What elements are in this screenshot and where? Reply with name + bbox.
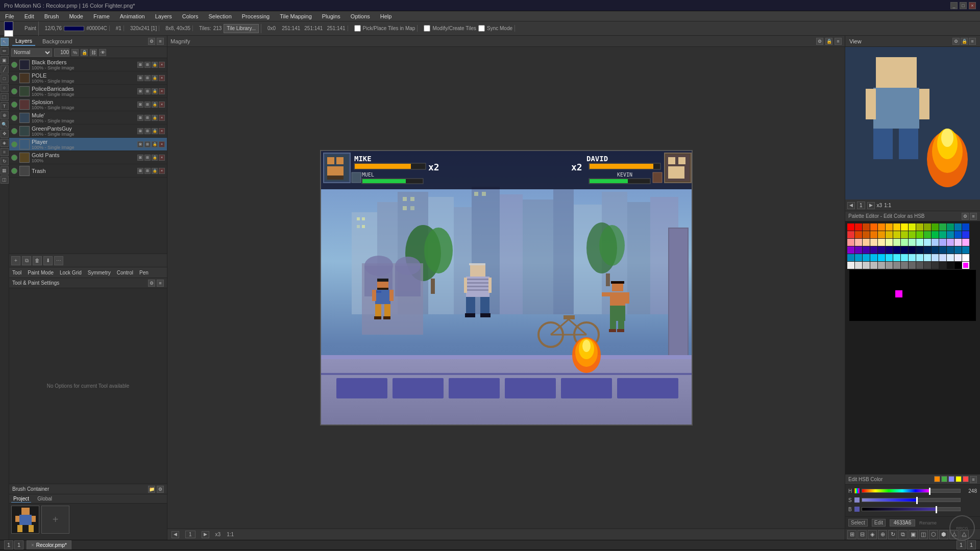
file-tab-recolor[interactable]: × Recolor.pmp* xyxy=(27,540,71,549)
menu-brush[interactable]: Brush xyxy=(42,13,61,20)
rp-tool-2[interactable]: ⊟ xyxy=(857,530,867,539)
menu-edit[interactable]: Edit xyxy=(22,13,36,20)
frame-counter-2[interactable]: 1 xyxy=(967,540,976,549)
palette-cell[interactable] xyxy=(847,246,854,254)
tool-text[interactable]: T xyxy=(1,102,9,110)
tool-zoom[interactable]: 🔍 xyxy=(1,120,9,129)
hsb-color-5[interactable] xyxy=(963,476,969,482)
layer-icon1[interactable]: ⊠ xyxy=(137,155,143,161)
palette-cell[interactable] xyxy=(962,231,969,238)
palette-cell[interactable] xyxy=(878,254,885,261)
tool-eyedrop[interactable]: ⊕ xyxy=(1,111,9,119)
palette-cell[interactable] xyxy=(909,254,916,261)
palette-cell[interactable] xyxy=(909,231,916,238)
palette-cell[interactable] xyxy=(932,239,939,246)
palette-cell[interactable] xyxy=(916,223,923,231)
tile-library-btn[interactable]: Tile Library... xyxy=(224,24,259,33)
menu-file[interactable]: File xyxy=(3,13,16,20)
palette-cell[interactable] xyxy=(863,262,870,269)
palette-cell[interactable] xyxy=(924,246,931,254)
palette-cell[interactable] xyxy=(909,262,916,269)
palette-cell[interactable] xyxy=(870,239,877,246)
tool-option-symmetry[interactable]: Symmetry xyxy=(88,270,111,276)
palette-cell[interactable] xyxy=(855,223,862,231)
palette-cell[interactable] xyxy=(939,254,946,261)
hsb-color-4[interactable] xyxy=(955,476,962,482)
menu-options[interactable]: Options xyxy=(349,13,372,20)
layer-icon3[interactable]: 🔒 xyxy=(152,128,158,134)
palette-cell[interactable] xyxy=(863,246,870,254)
tool-extra2[interactable]: ◫ xyxy=(1,176,9,184)
palette-cell[interactable] xyxy=(870,254,877,261)
brush-folder-btn[interactable]: 📁 xyxy=(148,486,155,493)
tool-option-tool[interactable]: Tool xyxy=(12,270,21,276)
tool-option-lock-grid[interactable]: Lock Grid xyxy=(60,270,82,276)
palette-cell[interactable] xyxy=(954,254,962,261)
layer-lock-btn[interactable]: 🔒 xyxy=(81,49,88,56)
palette-cell[interactable] xyxy=(962,254,969,261)
rp-tool-12[interactable]: ⧋ xyxy=(960,530,969,539)
palette-cell[interactable] xyxy=(886,231,893,238)
palette-cell[interactable] xyxy=(901,223,908,231)
hsb-color-3[interactable] xyxy=(948,476,954,482)
palette-cell[interactable] xyxy=(916,262,923,269)
layer-icon1[interactable]: ⊠ xyxy=(137,75,143,81)
layer-icon3[interactable]: 🔒 xyxy=(152,141,158,147)
layer-delete[interactable]: × xyxy=(159,155,165,161)
hsb-color-2[interactable] xyxy=(941,476,947,482)
layer-item-splosion[interactable]: Splosion 100% - Single Image ⊠ ⊞ 🔒 × xyxy=(9,98,167,111)
layer-delete[interactable]: × xyxy=(159,62,165,68)
layers-settings-btn[interactable]: ⚙ xyxy=(148,38,155,45)
palette-cell[interactable] xyxy=(893,223,900,231)
palette-cell[interactable] xyxy=(870,246,877,254)
palette-cell[interactable] xyxy=(916,246,923,254)
layer-eye[interactable] xyxy=(11,75,17,81)
palette-cell[interactable] xyxy=(947,254,954,261)
tool-line[interactable]: ╱ xyxy=(1,65,9,73)
view-collapse-btn[interactable]: ≡ xyxy=(969,38,976,45)
maximize-btn[interactable]: □ xyxy=(960,2,967,9)
rp-tool-10[interactable]: ⬢ xyxy=(939,530,948,539)
palette-cell[interactable] xyxy=(847,223,854,231)
palette-cell[interactable] xyxy=(886,223,893,231)
layer-icon3[interactable]: 🔒 xyxy=(152,102,158,108)
palette-cell[interactable] xyxy=(878,262,885,269)
palette-cell[interactable] xyxy=(924,231,931,238)
palette-cell[interactable] xyxy=(863,223,870,231)
layer-item-player[interactable]: Player 100% - Single Image ⊠ ⊞ 🔒 × xyxy=(9,138,167,151)
palette-cell[interactable] xyxy=(893,246,900,254)
layer-icon2[interactable]: ⊞ xyxy=(144,115,151,121)
layer-icon2[interactable]: ⊞ xyxy=(144,102,151,108)
palette-cell[interactable] xyxy=(947,223,954,231)
layer-delete[interactable]: × xyxy=(159,75,165,81)
layer-icon3[interactable]: 🔒 xyxy=(152,115,158,121)
layer-icon1[interactable]: ⊠ xyxy=(137,115,143,121)
palette-cell[interactable] xyxy=(893,239,900,246)
palette-cell[interactable] xyxy=(939,239,946,246)
layer-icon3[interactable]: 🔒 xyxy=(152,155,158,161)
select-color-btn[interactable]: Select xyxy=(848,519,868,527)
view-prev-btn[interactable]: ◀ xyxy=(847,202,855,209)
layer-icon3[interactable]: 🔒 xyxy=(152,168,158,174)
canvas-lock-btn[interactable]: 🔒 xyxy=(825,38,832,45)
frame-prev-btn[interactable]: ◀ xyxy=(172,531,179,538)
layer-icon1[interactable]: ⊠ xyxy=(137,88,143,94)
tool-pen[interactable]: ✏ xyxy=(1,47,9,55)
view-next-btn[interactable]: ▶ xyxy=(867,202,875,209)
menu-animation[interactable]: Animation xyxy=(118,13,147,20)
palette-cell[interactable] xyxy=(878,246,885,254)
layer-visible-btn[interactable]: 👁 xyxy=(99,49,106,56)
palette-cell[interactable] xyxy=(863,239,870,246)
canvas-main[interactable]: MIKE MUEL x2 xyxy=(167,47,845,529)
layer-item-pole[interactable]: POLE 100% - Single Image ⊠ ⊞ 🔒 × xyxy=(9,71,167,85)
palette-cell[interactable] xyxy=(901,246,908,254)
foreground-color-box[interactable] xyxy=(4,21,13,31)
minimize-btn[interactable]: _ xyxy=(950,2,958,9)
palette-cell[interactable] xyxy=(954,262,962,269)
layer-eye[interactable] xyxy=(11,88,17,94)
palette-cell[interactable] xyxy=(939,246,946,254)
rp-tool-7[interactable]: ▣ xyxy=(909,530,918,539)
layer-icon1[interactable]: ⊠ xyxy=(137,62,143,68)
palette-cell[interactable] xyxy=(909,239,916,246)
palette-cell[interactable] xyxy=(954,231,962,238)
